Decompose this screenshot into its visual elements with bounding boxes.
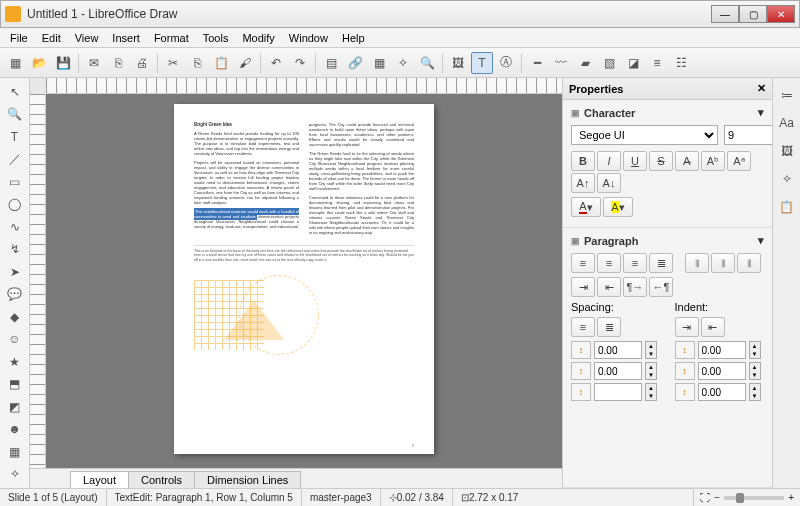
print-icon[interactable]: 🖨 (131, 52, 153, 74)
navigator-icon[interactable]: ✧ (392, 52, 414, 74)
menu-insert[interactable]: Insert (106, 30, 146, 46)
char-style-8[interactable]: A↓ (597, 173, 621, 193)
align-top[interactable]: ⫴ (685, 253, 709, 273)
connector-icon[interactable]: ↯ (3, 240, 27, 260)
spacing-input-1[interactable] (594, 362, 642, 380)
align-left[interactable]: ≡ (571, 253, 595, 273)
shadow-icon[interactable]: ▧ (598, 52, 620, 74)
properties-icon[interactable]: ≔ (776, 84, 798, 106)
text-icon[interactable]: T (3, 127, 27, 147)
spacing-dec-icon[interactable]: ≣ (597, 317, 621, 337)
cut-icon[interactable]: ✂ (162, 52, 184, 74)
zoom-icon[interactable]: 🔍 (3, 105, 27, 125)
tab-layout[interactable]: Layout (70, 471, 129, 488)
smiley-icon[interactable]: ☻ (3, 420, 27, 440)
spacing-spin-0[interactable]: ▲▼ (645, 341, 657, 359)
align-center[interactable]: ≡ (597, 253, 621, 273)
zoom-out-button[interactable]: − (714, 492, 720, 503)
zoom-control[interactable]: ⛶ − + (694, 492, 800, 503)
menu-edit[interactable]: Edit (36, 30, 67, 46)
symbol-icon[interactable]: ☺ (3, 330, 27, 350)
arrow-icon[interactable]: ➤ (3, 262, 27, 282)
indent-inc[interactable]: ⇥ (571, 277, 595, 297)
menu-tools[interactable]: Tools (197, 30, 235, 46)
navigator-icon[interactable]: ✧ (776, 168, 798, 190)
line-style-icon[interactable]: ━ (526, 52, 548, 74)
section-more-icon[interactable]: ▾ (758, 106, 764, 119)
align-justify[interactable]: ≣ (649, 253, 673, 273)
align-right[interactable]: ≡ (623, 253, 647, 273)
spacing-inc-icon[interactable]: ≡ (571, 317, 595, 337)
font-color-button[interactable]: A▾ (571, 197, 601, 217)
menu-file[interactable]: File (4, 30, 34, 46)
flowchart-icon[interactable]: ⬒ (3, 375, 27, 395)
arrange-icon[interactable]: ☷ (670, 52, 692, 74)
redo-icon[interactable]: ↷ (289, 52, 311, 74)
grid-icon[interactable]: ▦ (368, 52, 390, 74)
menu-window[interactable]: Window (283, 30, 334, 46)
format-paint-icon[interactable]: 🖌 (234, 52, 256, 74)
star-icon[interactable]: ★ (3, 352, 27, 372)
char-style-5[interactable]: Aᵇ (701, 151, 725, 171)
indent-ltr[interactable]: ¶→ (623, 277, 647, 297)
highlight-color-button[interactable]: A▾ (603, 197, 633, 217)
indent-spin-0[interactable]: ▲▼ (749, 341, 761, 359)
indent-dec[interactable]: ⇤ (597, 277, 621, 297)
rect-icon[interactable]: ▭ (3, 172, 27, 192)
section-more-icon[interactable]: ▾ (758, 234, 764, 247)
line-icon[interactable]: ／ (3, 150, 27, 170)
page[interactable]: Bright Green Idea A Green Seeds fund wou… (174, 104, 434, 454)
align-icon[interactable]: ≡ (646, 52, 668, 74)
spacing-spin-1[interactable]: ▲▼ (645, 362, 657, 380)
open-icon[interactable]: 📂 (28, 52, 50, 74)
tab-controls[interactable]: Controls (128, 471, 195, 488)
mail-icon[interactable]: ✉ (83, 52, 105, 74)
zoom-fit-icon[interactable]: ⛶ (700, 492, 710, 503)
char-style-3[interactable]: S (649, 151, 673, 171)
panel-close-icon[interactable]: ✕ (757, 82, 766, 95)
zoom-slider[interactable] (724, 496, 784, 500)
canvas-scroll[interactable]: Bright Green Idea A Green Seeds fund wou… (46, 94, 562, 468)
curve-icon[interactable]: ∿ (3, 217, 27, 237)
font-select[interactable]: Segoe UI (571, 125, 718, 145)
gallery-icon[interactable]: 🖼 (776, 140, 798, 162)
char-style-6[interactable]: Aᵃ (727, 151, 751, 171)
paste-icon[interactable]: 📋 (210, 52, 232, 74)
save-icon[interactable]: 💾 (52, 52, 74, 74)
char-style-7[interactable]: A↑ (571, 173, 595, 193)
undo-icon[interactable]: ↶ (265, 52, 287, 74)
basic-shapes-icon[interactable]: ◆ (3, 307, 27, 327)
align-vcenter[interactable]: ⫴ (711, 253, 735, 273)
zoom-icon[interactable]: 🔍 (416, 52, 438, 74)
chart-icon[interactable]: ▤ (320, 52, 342, 74)
indent-input-2[interactable] (698, 383, 746, 401)
copy-icon[interactable]: ⎘ (186, 52, 208, 74)
clipboard-icon[interactable]: 📋 (776, 196, 798, 218)
new-icon[interactable]: ▦ (4, 52, 26, 74)
menu-view[interactable]: View (69, 30, 105, 46)
menu-modify[interactable]: Modify (236, 30, 280, 46)
line-color-icon[interactable]: 〰 (550, 52, 572, 74)
menu-help[interactable]: Help (336, 30, 371, 46)
fontwork-icon[interactable]: Ⓐ (495, 52, 517, 74)
indent-input-1[interactable] (698, 362, 746, 380)
char-style-0[interactable]: B (571, 151, 595, 171)
tab-dimension-lines[interactable]: Dimension Lines (194, 471, 301, 488)
indent-spin-2[interactable]: ▲▼ (749, 383, 761, 401)
styles-icon[interactable]: Aa (776, 112, 798, 134)
gallery-icon[interactable]: 🖼 (447, 52, 469, 74)
pdf-icon[interactable]: ⎘ (107, 52, 129, 74)
ellipse-icon[interactable]: ◯ (3, 195, 27, 215)
indent-dec-icon[interactable]: ⇤ (701, 317, 725, 337)
minimize-button[interactable]: — (711, 5, 739, 23)
3d-icon[interactable]: ◩ (3, 397, 27, 417)
char-style-1[interactable]: I (597, 151, 621, 171)
indent-rtl[interactable]: ←¶ (649, 277, 673, 297)
text-icon[interactable]: T (471, 52, 493, 74)
close-button[interactable]: ✕ (767, 5, 795, 23)
char-style-4[interactable]: A̶ (675, 151, 699, 171)
hyperlink-icon[interactable]: 🔗 (344, 52, 366, 74)
spacing-spin-2[interactable]: ▲▼ (645, 383, 657, 401)
fill-icon[interactable]: ▰ (574, 52, 596, 74)
menu-format[interactable]: Format (148, 30, 195, 46)
